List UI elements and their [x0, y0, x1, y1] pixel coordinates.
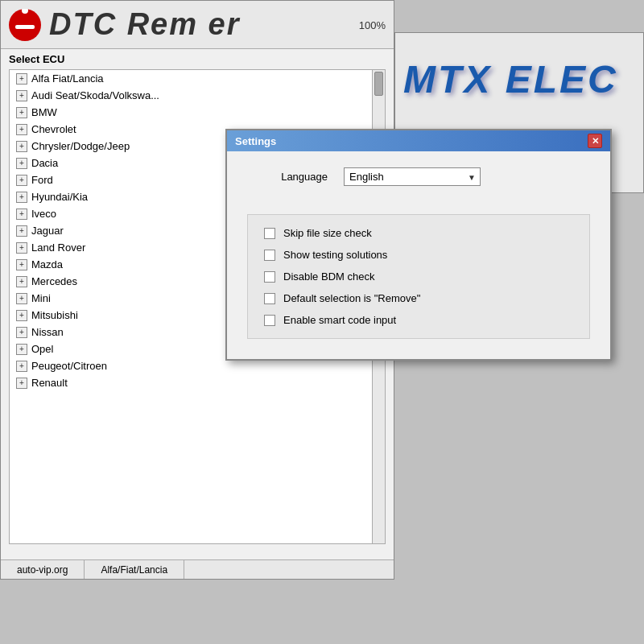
expand-icon: + — [16, 378, 27, 389]
expand-icon: + — [16, 361, 27, 372]
language-row: Language EnglishGermanFrenchSpanishItali… — [247, 167, 590, 198]
options-group: Skip file size checkShow testing solutio… — [247, 214, 590, 339]
list-item[interactable]: +Audi Seat/Skoda/Volkswa... — [10, 87, 385, 104]
ecu-item-label: Land Rover — [31, 242, 85, 254]
zoom-level: 100% — [359, 19, 386, 31]
language-label: Language — [247, 171, 344, 183]
ecu-item-label: BMW — [31, 106, 57, 118]
expand-icon: + — [16, 107, 27, 118]
scrollbar-thumb — [374, 72, 383, 96]
expand-icon: + — [16, 310, 27, 321]
dialog-title-bar: Settings ✕ — [227, 130, 610, 151]
svg-rect-2 — [15, 25, 35, 29]
checkbox-show_testing[interactable] — [264, 250, 275, 261]
checkbox-disable_bdm[interactable] — [264, 271, 275, 283]
checkbox-row: Skip file size check — [264, 227, 573, 239]
checkbox-row: Enable smart code input — [264, 314, 573, 326]
language-select-wrapper: EnglishGermanFrenchSpanishItalianPolish — [344, 167, 481, 186]
expand-icon: + — [16, 73, 27, 85]
ecu-item-label: Nissan — [31, 326, 64, 338]
checkbox-smart_code[interactable] — [264, 315, 275, 326]
expand-icon: + — [16, 158, 27, 169]
ecu-item-label: Chevrolet — [31, 123, 76, 135]
status-bar: auto-vip.org Alfa/Fiat/Lancia — [1, 559, 394, 579]
expand-icon: + — [16, 208, 27, 220]
checkbox-label-smart_code: Enable smart code input — [283, 314, 396, 326]
expand-icon: + — [16, 293, 27, 304]
checkbox-row: Default selection is "Remove" — [264, 292, 573, 304]
checkbox-label-skip_size: Skip file size check — [283, 227, 372, 239]
ecu-item-label: Ford — [31, 174, 53, 186]
expand-icon: + — [16, 327, 27, 338]
ecu-item-label: Renault — [31, 377, 68, 389]
ecu-item-label: Alfa Fiat/Lancia — [31, 72, 104, 85]
status-item-url: auto-vip.org — [1, 560, 85, 579]
list-item[interactable]: +BMW — [10, 104, 385, 121]
expand-icon: + — [16, 259, 27, 270]
ecu-item-label: Dacia — [31, 157, 58, 169]
svg-point-3 — [22, 9, 28, 14]
checkbox-row: Disable BDM check — [264, 270, 573, 283]
settings-dialog: Settings ✕ Language EnglishGermanFrenchS… — [225, 129, 612, 361]
expand-icon: + — [16, 90, 27, 101]
list-item[interactable]: +Alfa Fiat/Lancia — [10, 70, 385, 87]
ecu-item-label: Opel — [31, 343, 53, 355]
app-logo: DTC Rem er — [9, 7, 241, 42]
ecu-item-label: Mini — [31, 292, 51, 304]
ecu-item-label: Mazda — [31, 258, 63, 270]
checkbox-label-show_testing: Show testing solutions — [283, 249, 387, 261]
ecu-section-label: Select ECU — [1, 49, 394, 69]
language-select[interactable]: EnglishGermanFrenchSpanishItalianPolish — [344, 167, 481, 186]
ecu-item-label: Jaguar — [31, 225, 64, 237]
expand-icon: + — [16, 242, 27, 254]
expand-icon: + — [16, 175, 27, 186]
ecu-item-label: Chrysler/Dodge/Jeep — [31, 140, 130, 152]
checkbox-label-disable_bdm: Disable BDM check — [283, 270, 374, 283]
expand-icon: + — [16, 192, 27, 203]
mtx-logo: MTX ELEC — [395, 33, 643, 126]
ecu-item-label: Peugeot/Citroen — [31, 360, 107, 372]
checkbox-skip_size[interactable] — [264, 228, 275, 239]
list-item[interactable]: +Renault — [10, 374, 385, 391]
logo-icon — [9, 9, 41, 41]
checkbox-label-default_remove: Default selection is "Remove" — [283, 292, 420, 304]
dialog-body: Language EnglishGermanFrenchSpanishItali… — [227, 151, 610, 359]
ecu-item-label: Mercedes — [31, 275, 77, 287]
title-bar: DTC Rem er 100% — [1, 1, 394, 49]
ecu-item-label: Audi Seat/Skoda/Volkswa... — [31, 89, 159, 101]
expand-icon: + — [16, 225, 27, 237]
expand-icon: + — [16, 276, 27, 287]
checkbox-row: Show testing solutions — [264, 249, 573, 261]
status-item-ecu: Alfa/Fiat/Lancia — [85, 560, 184, 579]
expand-icon: + — [16, 124, 27, 135]
dialog-close-button[interactable]: ✕ — [588, 134, 602, 148]
ecu-item-label: Iveco — [31, 208, 56, 220]
checkbox-default_remove[interactable] — [264, 293, 275, 304]
expand-icon: + — [16, 344, 27, 355]
dialog-title: Settings — [235, 135, 276, 147]
app-title: DTC Rem er — [49, 7, 241, 42]
ecu-item-label: Hyundai/Kia — [31, 191, 88, 203]
expand-icon: + — [16, 141, 27, 152]
ecu-item-label: Mitsubishi — [31, 309, 78, 321]
